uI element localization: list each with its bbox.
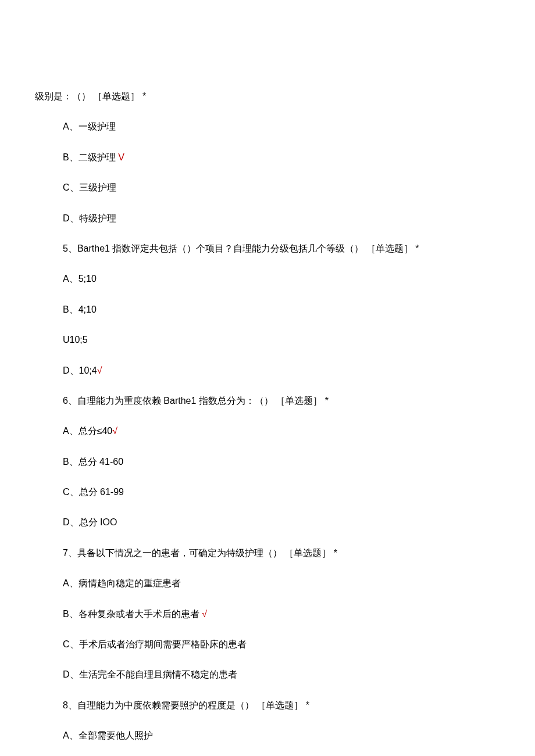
q7-option-b: B、各种复杂或者大手术后的患者 √ [63,608,500,621]
q8-stem: 8、自理能力为中度依赖需要照护的程度是（） ［单选题］ * [63,699,500,712]
q6-option-a-text: A、总分≤40 [63,426,112,436]
q5-stem: 5、Barthe1 指数评定共包括（）个项目？自理能力分级包括几个等级（） ［单… [63,242,500,255]
check-icon: √ [202,609,207,619]
q4-option-b: B、二级护理 V [63,151,500,164]
q7-option-c: C、手术后或者治疗期间需要严格卧床的患者 [63,638,500,651]
continuation-line: 级别是：（） ［单选题］ * [35,90,500,103]
q4-option-c: C、三级护理 [63,181,500,194]
check-icon: √ [112,426,117,436]
q7-option-b-text: B、各种复杂或者大手术后的患者 [63,609,202,619]
q4-option-b-text: B、二级护理 [63,152,118,162]
q6-option-a: A、总分≤40√ [63,425,500,438]
q5-option-a: A、5;10 [63,273,500,285]
q4-option-a: A、一级护理 [63,120,500,133]
q5-option-d-text: D、10;4 [63,366,97,375]
q7-option-a: A、病情趋向稳定的重症患者 [63,577,500,590]
check-icon: √ [97,366,102,375]
q5-option-b: B、4;10 [63,303,500,316]
q6-option-c: C、总分 61-99 [63,486,500,499]
q7-stem: 7、具备以下情况之一的患者，可确定为特级护理（） ［单选题］ * [63,547,500,560]
q4-option-d: D、特级护理 [63,212,500,225]
q6-option-d: D、总分 IOO [63,516,500,529]
q6-stem: 6、自理能力为重度依赖 Barthe1 指数总分为：（） ［单选题］ * [63,395,500,407]
q5-option-c: U10;5 [63,334,500,346]
q5-option-d: D、10;4√ [63,364,500,377]
check-icon: V [118,152,124,162]
q6-option-b: B、总分 41-60 [63,456,500,468]
q7-option-d: D、生活完全不能自理且病情不稳定的患者 [63,668,500,681]
q8-option-a: A、全部需要他人照护 [63,729,500,742]
